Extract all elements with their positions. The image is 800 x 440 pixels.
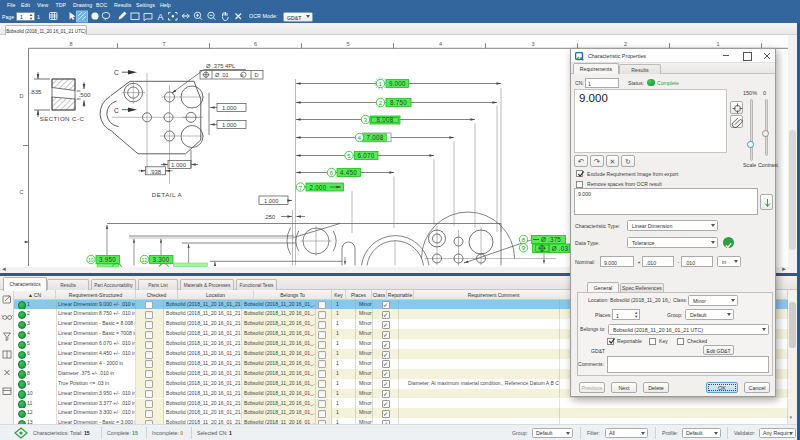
svg-text:C: C [20, 189, 24, 195]
svg-text:3: 3 [531, 41, 534, 47]
svg-text:.835: .835 [30, 88, 43, 95]
svg-text:Ø .01: Ø .01 [215, 72, 229, 78]
svg-text:10: 10 [88, 258, 94, 263]
svg-text:3: 3 [364, 117, 367, 123]
svg-text:6: 6 [330, 170, 333, 176]
svg-text:2.000: 2.000 [310, 184, 327, 191]
svg-text:C: C [114, 69, 119, 76]
svg-text:.938: .938 [150, 169, 162, 175]
svg-text:7: 7 [162, 41, 165, 47]
svg-text:6: 6 [254, 41, 257, 47]
svg-text:Ø .375: Ø .375 [541, 236, 561, 243]
svg-text:C: C [114, 107, 119, 114]
svg-text:2: 2 [379, 100, 382, 106]
svg-text:9: 9 [522, 245, 525, 251]
svg-text:DETAIL A: DETAIL A [152, 191, 183, 198]
svg-text:12: 12 [142, 258, 148, 263]
svg-text:8: 8 [522, 237, 525, 243]
svg-text:4: 4 [358, 135, 362, 141]
svg-text:5: 5 [347, 153, 350, 159]
svg-text:.500: .500 [79, 91, 92, 98]
svg-text:1: 1 [716, 41, 719, 47]
svg-text:SECTION C-C: SECTION C-C [40, 115, 85, 122]
svg-text:8.008: 8.008 [377, 116, 394, 123]
svg-text:4.450: 4.450 [340, 169, 357, 176]
svg-text:.250: .250 [264, 214, 275, 220]
svg-text:1.000: 1.000 [222, 105, 237, 111]
svg-text:4: 4 [439, 41, 442, 47]
svg-text:5: 5 [346, 41, 349, 47]
svg-text:8.750: 8.750 [390, 99, 407, 106]
svg-text:3.950: 3.950 [99, 256, 116, 263]
svg-text:9.000: 9.000 [389, 80, 406, 87]
svg-text:D: D [255, 72, 259, 78]
svg-text:1.000: 1.000 [264, 198, 279, 204]
svg-text:M: M [240, 74, 243, 78]
svg-text:A: A [158, 12, 164, 22]
svg-text:7: 7 [299, 185, 302, 191]
svg-text:2: 2 [624, 41, 627, 47]
svg-text:1: 1 [379, 81, 382, 87]
svg-text:OCR Mode:: OCR Mode: [249, 13, 277, 19]
svg-text:6.070: 6.070 [358, 152, 375, 159]
svg-text:8: 8 [69, 41, 72, 47]
svg-text:Ø .375 4PL: Ø .375 4PL [206, 63, 236, 69]
svg-text:3.300: 3.300 [153, 256, 170, 263]
svg-text:7.008: 7.008 [367, 134, 384, 141]
svg-text:1.000: 1.000 [171, 162, 187, 168]
svg-text:D: D [20, 93, 24, 99]
svg-text:1.000: 1.000 [222, 122, 237, 128]
svg-text:Ø .03: Ø .03 [552, 245, 569, 252]
